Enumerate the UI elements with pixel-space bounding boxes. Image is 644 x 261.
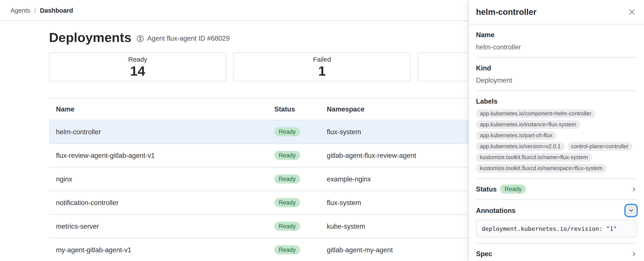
row-status: Ready [274, 222, 327, 231]
status-badge: Ready [274, 222, 300, 231]
drawer-status-badge: Ready [500, 185, 526, 194]
label-chip: app.kubernetes.io/component=helm-control… [476, 109, 595, 118]
row-name: metrics-server [49, 222, 274, 230]
summary-card-value: 14 [130, 63, 145, 79]
column-header-name: Name [49, 105, 274, 113]
chevron-right-icon[interactable] [631, 251, 637, 257]
drawer-section-name: Name helm-controller [476, 24, 637, 58]
row-name: nginx [49, 175, 274, 183]
label-chip: app.kubernetes.io/version=v2.0.1 [476, 142, 564, 151]
page-title: Deployments [49, 30, 132, 45]
row-name: helm-controller [49, 128, 274, 136]
section-heading-spec: Spec [476, 249, 492, 258]
status-badge: Ready [274, 151, 300, 160]
row-name: flux-review-agent-gitlab-agent-v1 [49, 152, 274, 159]
row-status: Ready [274, 174, 327, 184]
section-value-name: helm-controller [476, 42, 637, 52]
label-chip: app.kubernetes.io/instance=flux-system [476, 120, 580, 129]
summary-card: Ready14 [49, 52, 226, 81]
drawer-section-labels: Labels app.kubernetes.io/component=helm-… [476, 91, 637, 179]
status-badge: Ready [274, 127, 300, 136]
drawer-section-status: Status Ready [476, 179, 637, 200]
row-status: Ready [274, 151, 327, 160]
close-icon [629, 9, 635, 15]
label-chip: app.kubernetes.io/part-of=flux [476, 131, 556, 140]
agent-icon [137, 35, 144, 42]
drawer-header: helm-controller [469, 0, 644, 24]
app-root: Agents / Dashboard Deployments Agent flu… [0, 0, 644, 261]
section-heading-status: Status [476, 185, 497, 194]
section-heading-kind: Kind [476, 63, 637, 73]
details-drawer: helm-controller Name helm-controller Kin… [469, 0, 644, 261]
label-chip: control-plane=controller [567, 142, 632, 151]
spec-row[interactable]: Spec [476, 249, 637, 258]
row-status: Ready [274, 245, 327, 255]
section-heading-annotations: Annotations [476, 206, 516, 215]
drawer-section-spec: Spec [476, 244, 637, 261]
annotations-collapse-button[interactable] [626, 206, 636, 216]
breadcrumb-agents[interactable]: Agents [10, 7, 30, 14]
drawer-title: helm-controller [476, 7, 536, 17]
summary-card-label: Ready [128, 55, 147, 63]
label-chips: app.kubernetes.io/component=helm-control… [476, 109, 637, 173]
row-name: notification-controller [49, 199, 274, 207]
status-row[interactable]: Status Ready [476, 185, 637, 194]
annotations-code-block: deployment.kubernetes.io/revision: "1" [476, 220, 637, 237]
column-header-status: Status [274, 105, 327, 113]
agent-info: Agent flux-agent ID #68029 [137, 34, 230, 42]
summary-card-label: Failed [313, 55, 331, 63]
summary-card-value: 1 [318, 63, 326, 79]
summary-card: Failed1 [234, 52, 411, 81]
agent-info-label: Agent flux-agent ID #68029 [147, 34, 230, 42]
chevron-right-icon[interactable] [631, 186, 637, 192]
section-value-kind: Deployment [476, 76, 637, 85]
label-chip: kustomize.toolkit.fluxcd.io/namespace=fl… [476, 164, 606, 173]
breadcrumb-dashboard: Dashboard [40, 7, 73, 14]
label-chip: kustomize.toolkit.fluxcd.io/name=flux-sy… [476, 153, 592, 162]
drawer-section-annotations: Annotations deployment.kubernetes.io/rev… [476, 200, 637, 244]
row-status: Ready [274, 127, 327, 136]
row-status: Ready [274, 198, 327, 207]
status-badge: Ready [274, 198, 300, 207]
section-heading-labels: Labels [476, 97, 637, 106]
drawer-section-kind: Kind Deployment [476, 58, 637, 91]
breadcrumb-separator: / [34, 7, 36, 14]
status-badge: Ready [274, 174, 300, 184]
chevron-down-icon [628, 208, 634, 213]
close-drawer-button[interactable] [627, 7, 637, 17]
row-name: my-agent-gitlab-agent-v1 [49, 246, 274, 254]
status-badge: Ready [274, 245, 300, 255]
section-heading-name: Name [476, 30, 637, 39]
